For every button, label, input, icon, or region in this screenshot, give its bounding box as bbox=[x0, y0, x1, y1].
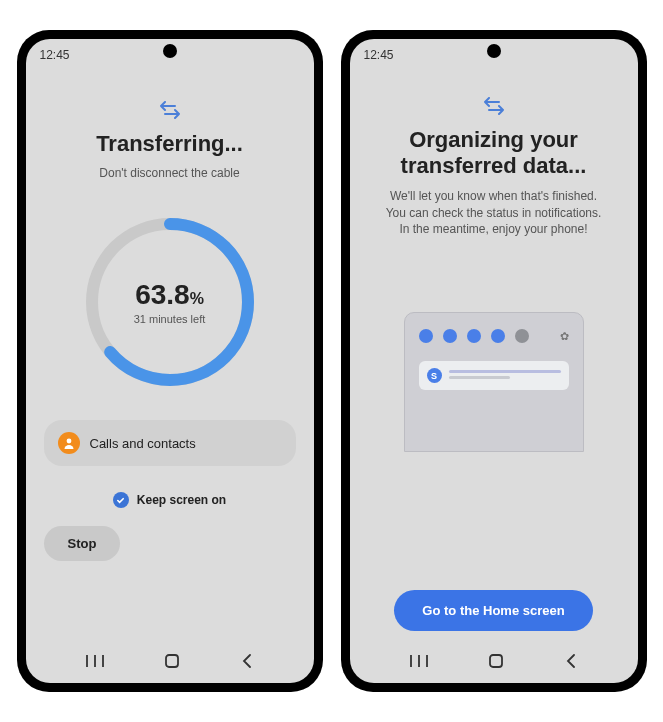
transfer-item-card: Calls and contacts bbox=[44, 420, 296, 466]
nav-back-icon[interactable] bbox=[565, 654, 577, 672]
dot-icon bbox=[515, 329, 529, 343]
progress-ring: 63.8% 31 minutes left bbox=[80, 212, 260, 392]
nav-bar bbox=[26, 643, 314, 683]
content-right: Organizing your transferred data... We'l… bbox=[350, 67, 638, 643]
dot-icon bbox=[443, 329, 457, 343]
transfer-icon bbox=[159, 101, 181, 123]
illustration: ✿ S bbox=[389, 282, 599, 452]
dot-icon bbox=[491, 329, 505, 343]
phone-frame-left: 12:45 Transferring... Don't disconnect t… bbox=[17, 30, 323, 692]
content-left: Transferring... Don't disconnect the cab… bbox=[26, 67, 314, 643]
screen-left: 12:45 Transferring... Don't disconnect t… bbox=[26, 39, 314, 683]
contacts-icon bbox=[58, 432, 80, 454]
progress-percent: 63.8% bbox=[135, 279, 204, 311]
info-line-1: We'll let you know when that's finished. bbox=[390, 188, 597, 205]
nav-back-icon[interactable] bbox=[241, 654, 253, 672]
info-line-3: In the meantime, enjoy your phone! bbox=[399, 221, 587, 238]
time-remaining: 31 minutes left bbox=[134, 313, 206, 325]
dot-icon bbox=[419, 329, 433, 343]
screen-right: 12:45 Organizing your transferred data..… bbox=[350, 39, 638, 683]
page-title: Organizing your transferred data... bbox=[366, 127, 622, 180]
dollar-icon: S bbox=[427, 368, 442, 383]
page-title: Transferring... bbox=[96, 131, 243, 157]
svg-rect-6 bbox=[166, 655, 178, 667]
status-time: 12:45 bbox=[364, 48, 394, 62]
stop-button[interactable]: Stop bbox=[44, 526, 121, 561]
nav-recents-icon[interactable] bbox=[410, 654, 428, 672]
illustration-card: S bbox=[419, 361, 569, 390]
nav-home-icon[interactable] bbox=[165, 654, 179, 672]
transfer-icon bbox=[483, 97, 505, 119]
phone-frame-right: 12:45 Organizing your transferred data..… bbox=[341, 30, 647, 692]
progress-value: 63.8 bbox=[135, 279, 190, 310]
keep-screen-on-toggle[interactable]: Keep screen on bbox=[113, 492, 226, 508]
nav-recents-icon[interactable] bbox=[86, 654, 104, 672]
page-subtitle: Don't disconnect the cable bbox=[99, 165, 239, 182]
nav-bar bbox=[350, 643, 638, 683]
illustration-dots: ✿ bbox=[419, 329, 569, 343]
transfer-item-label: Calls and contacts bbox=[90, 436, 196, 451]
gear-icon: ✿ bbox=[560, 330, 569, 343]
camera-cutout bbox=[163, 44, 177, 58]
check-icon bbox=[113, 492, 129, 508]
nav-home-icon[interactable] bbox=[489, 654, 503, 672]
svg-rect-10 bbox=[490, 655, 502, 667]
svg-point-2 bbox=[66, 439, 71, 444]
illustration-panel: ✿ S bbox=[404, 312, 584, 452]
info-line-2: You can check the status in notification… bbox=[386, 205, 602, 222]
status-time: 12:45 bbox=[40, 48, 70, 62]
camera-cutout bbox=[487, 44, 501, 58]
home-screen-button[interactable]: Go to the Home screen bbox=[394, 590, 592, 631]
dot-icon bbox=[467, 329, 481, 343]
progress-unit: % bbox=[190, 290, 204, 307]
keep-screen-label: Keep screen on bbox=[137, 493, 226, 507]
